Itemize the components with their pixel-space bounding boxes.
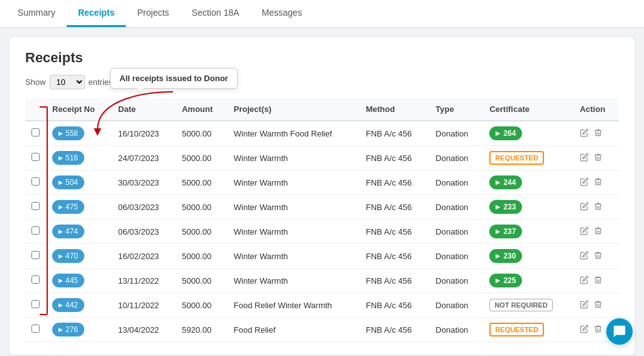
cert-play-icon: ▶ [496, 204, 500, 210]
edit-icon[interactable] [580, 300, 589, 311]
table-row: ▶ 47406/03/20235000.00Winter WarmthFNB A… [25, 220, 619, 244]
tab-projects[interactable]: Projects [126, 0, 180, 27]
row-checkbox[interactable] [31, 226, 40, 235]
cert-requested-badge[interactable]: REQUESTED [489, 323, 543, 337]
row-checkbox[interactable] [31, 177, 40, 186]
cert-badge[interactable]: ▶ 264 [489, 126, 522, 140]
amount-cell: 5000.00 [175, 146, 227, 170]
certificate-cell: ▶ 237 [483, 220, 573, 244]
project-cell: Winter Warmth [228, 220, 360, 244]
delete-icon[interactable] [594, 300, 602, 311]
tab-receipts[interactable]: Receipts [67, 0, 126, 27]
receipt-button[interactable]: ▶ 445 [52, 274, 84, 287]
type-cell: Donation [430, 121, 484, 146]
delete-icon[interactable] [594, 251, 602, 262]
col-method: Method [360, 98, 430, 121]
delete-icon[interactable] [594, 325, 602, 335]
show-label: Show [25, 77, 46, 87]
delete-icon[interactable] [594, 202, 602, 213]
chat-bubble-button[interactable] [606, 318, 633, 345]
method-cell: FNB A/c 456 [360, 269, 430, 293]
edit-icon[interactable] [580, 275, 589, 286]
date-cell: 13/11/2022 [112, 269, 175, 293]
action-icons [580, 177, 613, 188]
row-checkbox[interactable] [31, 325, 40, 333]
receipt-button[interactable]: ▶ 516 [52, 151, 84, 165]
play-icon: ▶ [58, 228, 63, 235]
project-cell: Winter Warmth [228, 195, 360, 220]
cert-play-icon: ▶ [496, 228, 500, 235]
tab-summary[interactable]: Summary [6, 0, 67, 27]
action-icons [580, 202, 613, 213]
tab-section18a[interactable]: Section 18A [180, 0, 251, 27]
tab-messages[interactable]: Messages [250, 0, 313, 27]
play-icon: ▶ [58, 155, 63, 161]
play-icon: ▶ [58, 253, 63, 259]
play-icon: ▶ [58, 326, 63, 333]
edit-icon[interactable] [580, 226, 589, 237]
receipt-button[interactable]: ▶ 276 [52, 323, 84, 337]
row-checkbox[interactable] [31, 275, 40, 284]
cert-badge[interactable]: ▶ 225 [489, 274, 522, 287]
action-icons [580, 128, 613, 139]
delete-icon[interactable] [594, 153, 602, 164]
table-row: ▶ 55816/10/20235000.00Winter Warmth Food… [25, 121, 619, 146]
delete-icon[interactable] [594, 275, 602, 286]
amount-cell: 5000.00 [175, 170, 227, 195]
type-cell: Donation [430, 220, 484, 244]
delete-icon[interactable] [594, 226, 602, 237]
receipt-button[interactable]: ▶ 474 [52, 225, 84, 238]
cert-play-icon: ▶ [496, 277, 500, 284]
action-icons [580, 300, 613, 311]
table-row: ▶ 47506/03/20235000.00Winter WarmthFNB A… [25, 195, 619, 220]
date-cell: 06/03/2023 [112, 195, 175, 220]
receipt-no-cell: ▶ 276 [46, 318, 112, 342]
receipt-no-cell: ▶ 470 [46, 244, 112, 269]
entries-select[interactable]: 10 25 50 100 [50, 75, 85, 89]
play-icon: ▶ [58, 277, 63, 284]
receipt-button[interactable]: ▶ 475 [52, 200, 84, 214]
action-cell [574, 195, 619, 220]
action-icons [580, 226, 613, 237]
method-cell: FNB A/c 456 [360, 318, 430, 342]
cert-badge[interactable]: ▶ 244 [489, 175, 522, 189]
receipt-button[interactable]: ▶ 504 [52, 175, 84, 189]
row-checkbox[interactable] [31, 153, 40, 161]
receipt-button[interactable]: ▶ 442 [52, 298, 84, 312]
row-checkbox[interactable] [31, 128, 40, 136]
delete-icon[interactable] [594, 177, 602, 188]
method-cell: FNB A/c 456 [360, 293, 430, 318]
cert-not-required-badge: NOT REQUIRED [489, 299, 552, 311]
cert-badge[interactable]: ▶ 237 [489, 225, 522, 238]
cert-badge[interactable]: ▶ 230 [489, 249, 522, 263]
action-icons [580, 153, 613, 164]
type-cell: Donation [430, 146, 484, 170]
cert-badge[interactable]: ▶ 233 [489, 200, 522, 214]
row-checkbox[interactable] [31, 251, 40, 259]
edit-icon[interactable] [580, 325, 589, 335]
receipt-no-cell: ▶ 504 [46, 170, 112, 195]
edit-icon[interactable] [580, 153, 589, 164]
method-cell: FNB A/c 456 [360, 121, 430, 146]
edit-icon[interactable] [580, 177, 589, 188]
play-icon: ▶ [58, 130, 63, 136]
method-cell: FNB A/c 456 [360, 170, 430, 195]
row-checkbox[interactable] [31, 300, 40, 308]
row-checkbox[interactable] [31, 202, 40, 210]
receipt-button[interactable]: ▶ 470 [52, 249, 84, 263]
edit-icon[interactable] [580, 202, 589, 213]
receipt-button[interactable]: ▶ 558 [52, 126, 84, 140]
amount-cell: 5000.00 [175, 121, 227, 146]
edit-icon[interactable] [580, 128, 589, 139]
col-certificate: Certificate [483, 98, 573, 121]
receipts-table: Receipt No Date Amount Project(s) Method… [25, 98, 619, 342]
certificate-cell: REQUESTED [483, 146, 573, 170]
method-cell: FNB A/c 456 [360, 220, 430, 244]
delete-icon[interactable] [594, 128, 602, 139]
action-cell [574, 293, 619, 318]
edit-icon[interactable] [580, 251, 589, 262]
col-date: Date [112, 98, 175, 121]
type-cell: Donation [430, 244, 484, 269]
cert-requested-badge[interactable]: REQUESTED [489, 151, 543, 165]
receipt-no-cell: ▶ 516 [46, 146, 112, 170]
